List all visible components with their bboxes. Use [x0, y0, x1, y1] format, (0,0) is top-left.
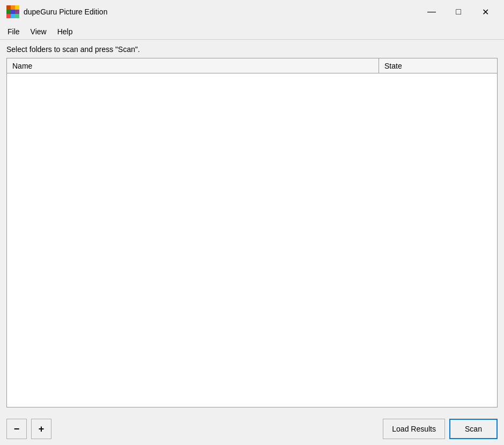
menu-item-view[interactable]: View	[25, 25, 52, 38]
app-title: dupeGuru Picture Edition	[24, 8, 107, 16]
svg-rect-4	[11, 10, 15, 14]
content-area: Select folders to scan and press "Scan".…	[0, 40, 504, 413]
add-folder-button[interactable]: +	[31, 419, 51, 439]
svg-rect-1	[11, 5, 15, 10]
svg-rect-5	[15, 10, 19, 14]
table-header: Name State	[7, 58, 497, 73]
scan-button[interactable]: Scan	[449, 419, 498, 439]
menu-bar: File View Help	[0, 24, 504, 40]
app-icon	[6, 5, 19, 18]
title-bar-controls: — □ ✕	[419, 4, 498, 20]
svg-rect-2	[15, 5, 19, 10]
column-header-name: Name	[7, 58, 379, 73]
svg-rect-7	[11, 14, 15, 18]
svg-rect-3	[6, 10, 11, 14]
svg-rect-6	[6, 14, 11, 18]
menu-item-help[interactable]: Help	[52, 25, 78, 38]
menu-item-file[interactable]: File	[2, 25, 25, 38]
maximize-button[interactable]: □	[446, 4, 471, 20]
bottom-bar: − + Load Results Scan	[0, 413, 504, 445]
folders-table: Name State	[6, 58, 498, 407]
svg-rect-0	[6, 5, 11, 10]
load-results-button[interactable]: Load Results	[383, 419, 445, 439]
instruction-text: Select folders to scan and press "Scan".	[6, 45, 498, 54]
table-body[interactable]	[7, 73, 497, 407]
minimize-button[interactable]: —	[419, 4, 444, 20]
remove-folder-button[interactable]: −	[6, 419, 27, 439]
close-button[interactable]: ✕	[473, 4, 498, 20]
title-bar: dupeGuru Picture Edition — □ ✕	[0, 0, 504, 24]
column-header-state: State	[379, 58, 497, 73]
title-bar-left: dupeGuru Picture Edition	[6, 5, 107, 18]
svg-rect-8	[15, 14, 19, 18]
